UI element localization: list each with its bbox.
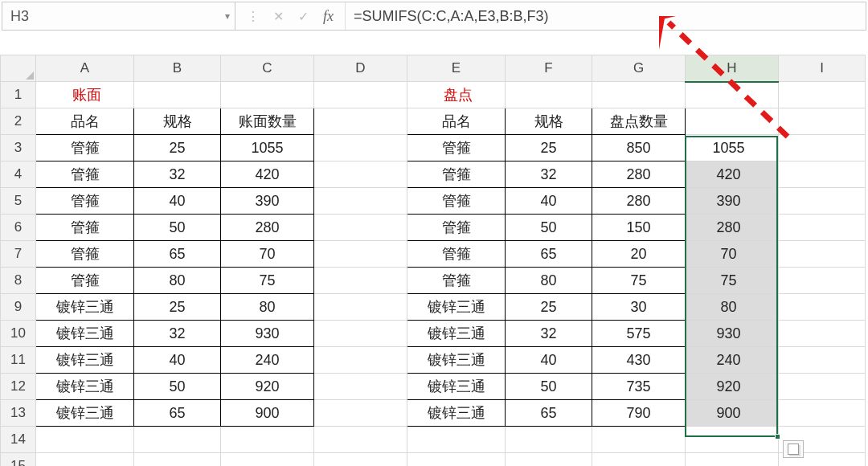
cell[interactable]: 管箍 — [407, 161, 506, 188]
cell[interactable]: 50 — [506, 374, 592, 400]
row-header-9[interactable]: 9 — [1, 294, 36, 321]
cell[interactable] — [314, 347, 407, 374]
col-header-I[interactable]: I — [779, 55, 866, 82]
result-cell[interactable]: 420 — [686, 161, 779, 188]
cell[interactable] — [314, 453, 407, 467]
result-cell[interactable]: 920 — [686, 374, 779, 400]
cell[interactable] — [779, 321, 866, 347]
row-header-4[interactable]: 4 — [1, 161, 36, 188]
col-header-G[interactable]: G — [592, 55, 686, 82]
col-header-A[interactable]: A — [36, 55, 134, 82]
select-all-corner[interactable] — [1, 55, 36, 82]
cell[interactable] — [134, 82, 221, 108]
result-cell[interactable]: 75 — [686, 268, 779, 294]
cell[interactable] — [592, 427, 686, 453]
expand-icon[interactable]: ⋮ — [247, 9, 259, 24]
row-header-1[interactable]: 1 — [1, 82, 36, 108]
cell[interactable]: 镀锌三通 — [407, 347, 506, 374]
cell[interactable]: 25 — [134, 294, 221, 321]
cell[interactable]: 80 — [221, 294, 314, 321]
cell[interactable]: 30 — [592, 294, 686, 321]
row-header-6[interactable]: 6 — [1, 215, 36, 241]
cell[interactable]: 管箍 — [407, 215, 506, 241]
col-header-F[interactable]: F — [506, 55, 592, 82]
col-header-H[interactable]: H — [686, 55, 779, 82]
cell[interactable] — [314, 400, 407, 427]
cell[interactable]: 管箍 — [36, 215, 134, 241]
result-cell[interactable]: 1055 — [686, 135, 779, 161]
cell[interactable] — [779, 108, 866, 135]
cell[interactable]: 25 — [134, 135, 221, 161]
cell[interactable]: 管箍 — [36, 188, 134, 215]
autofill-options-button[interactable] — [783, 440, 804, 458]
cell[interactable]: 25 — [506, 294, 592, 321]
cell[interactable] — [36, 427, 134, 453]
cell[interactable]: 280 — [592, 188, 686, 215]
cell[interactable]: 40 — [506, 188, 592, 215]
cell[interactable] — [779, 188, 866, 215]
col-header-D[interactable]: D — [314, 55, 407, 82]
cancel-icon[interactable]: ✕ — [273, 9, 284, 24]
cell[interactable]: 32 — [506, 321, 592, 347]
cell[interactable] — [314, 161, 407, 188]
row-header-5[interactable]: 5 — [1, 188, 36, 215]
cell[interactable]: 80 — [506, 268, 592, 294]
cell[interactable]: 390 — [221, 188, 314, 215]
cell[interactable] — [407, 453, 506, 467]
row-header-15[interactable]: 15 — [1, 453, 36, 467]
cell[interactable] — [36, 453, 134, 467]
fx-icon[interactable]: fx — [323, 8, 334, 25]
cell[interactable]: 80 — [134, 268, 221, 294]
cell[interactable] — [506, 427, 592, 453]
cell[interactable] — [779, 241, 866, 268]
row-header-3[interactable]: 3 — [1, 135, 36, 161]
row-header-13[interactable]: 13 — [1, 400, 36, 427]
cell[interactable]: 40 — [506, 347, 592, 374]
cell[interactable]: 240 — [221, 347, 314, 374]
cell[interactable] — [779, 161, 866, 188]
cell[interactable]: 25 — [506, 135, 592, 161]
cell[interactable]: 管箍 — [36, 161, 134, 188]
row-header-14[interactable]: 14 — [1, 427, 36, 453]
cell[interactable] — [314, 215, 407, 241]
cell[interactable]: 70 — [221, 241, 314, 268]
cell[interactable] — [779, 82, 866, 108]
fill-handle[interactable] — [775, 434, 780, 439]
cell[interactable] — [314, 294, 407, 321]
cell[interactable] — [314, 108, 407, 135]
cell[interactable] — [506, 82, 592, 108]
cell[interactable]: 镀锌三通 — [36, 400, 134, 427]
cell[interactable]: 850 — [592, 135, 686, 161]
cell[interactable] — [314, 188, 407, 215]
cell[interactable] — [314, 268, 407, 294]
cell[interactable] — [779, 268, 866, 294]
cell[interactable]: 镀锌三通 — [407, 321, 506, 347]
enter-icon[interactable]: ✓ — [298, 9, 309, 24]
cell[interactable] — [779, 374, 866, 400]
cell[interactable] — [686, 453, 779, 467]
formula-bar[interactable]: =SUMIFS(C:C,A:A,E3,B:B,F3) — [346, 2, 866, 30]
cell[interactable] — [134, 453, 221, 467]
cell[interactable] — [686, 82, 779, 108]
cell[interactable]: 管箍 — [407, 241, 506, 268]
cell[interactable]: 镀锌三通 — [407, 294, 506, 321]
cell[interactable] — [779, 135, 866, 161]
cell[interactable]: 40 — [134, 347, 221, 374]
cell[interactable]: 150 — [592, 215, 686, 241]
result-cell[interactable]: 240 — [686, 347, 779, 374]
cell[interactable]: 930 — [221, 321, 314, 347]
cell[interactable] — [592, 82, 686, 108]
cell[interactable]: 镀锌三通 — [407, 400, 506, 427]
cell[interactable] — [221, 82, 314, 108]
row-header-2[interactable]: 2 — [1, 108, 36, 135]
cell[interactable]: 50 — [134, 374, 221, 400]
result-cell[interactable]: 390 — [686, 188, 779, 215]
cell[interactable]: 32 — [134, 321, 221, 347]
cell[interactable]: 920 — [221, 374, 314, 400]
cell[interactable] — [686, 108, 779, 135]
cell[interactable]: 镀锌三通 — [36, 347, 134, 374]
cell[interactable]: 管箍 — [407, 135, 506, 161]
cell[interactable] — [779, 347, 866, 374]
cell[interactable]: 75 — [592, 268, 686, 294]
cell[interactable]: 430 — [592, 347, 686, 374]
